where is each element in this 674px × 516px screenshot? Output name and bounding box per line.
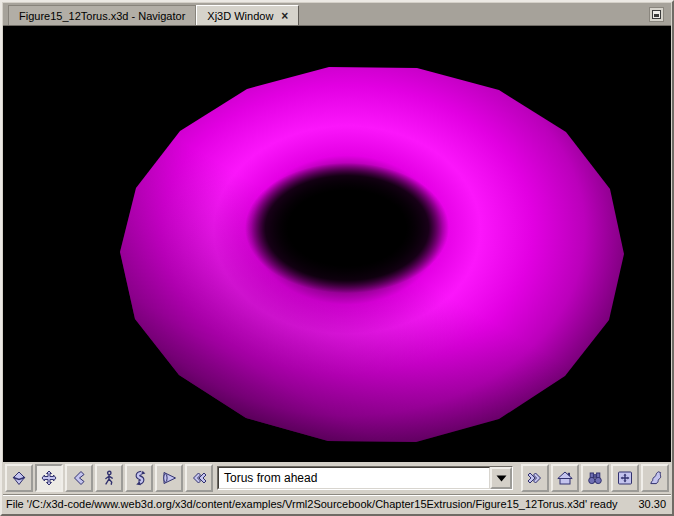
pan-icon xyxy=(41,470,57,486)
torus-model xyxy=(118,62,625,446)
fly-button[interactable] xyxy=(5,464,33,492)
lookat-icon xyxy=(161,470,177,486)
fit-world-button[interactable] xyxy=(611,464,639,492)
chevrons-right-icon xyxy=(527,470,543,486)
pan-button[interactable] xyxy=(35,464,63,492)
chevrons-left-icon xyxy=(191,470,207,486)
seek-button[interactable] xyxy=(581,464,609,492)
viewpoint-value-field: Torus from ahead xyxy=(218,467,490,489)
fit-world-icon xyxy=(617,470,633,486)
tab-navigator[interactable]: Figure15_12Torus.x3d - Navigator xyxy=(8,5,196,25)
examine-button[interactable] xyxy=(65,464,93,492)
prev-viewpoint-button[interactable] xyxy=(185,464,213,492)
torus-hole xyxy=(245,163,449,293)
tilt-icon xyxy=(131,470,147,486)
next-viewpoint-button[interactable] xyxy=(521,464,549,492)
close-icon[interactable]: × xyxy=(281,10,288,22)
minimize-window-button[interactable] xyxy=(649,7,664,22)
fly-icon xyxy=(11,470,27,486)
tab-xj3d-window[interactable]: Xj3D Window × xyxy=(196,5,299,25)
walk-button[interactable] xyxy=(95,464,123,492)
chevron-down-icon xyxy=(496,474,507,483)
lookat-button[interactable] xyxy=(155,464,183,492)
tab-navigator-label: Figure15_12Torus.x3d - Navigator xyxy=(19,10,185,22)
examine-icon xyxy=(71,470,87,486)
walk-icon xyxy=(101,470,117,486)
home-viewpoint-button[interactable] xyxy=(551,464,579,492)
tilt-button[interactable] xyxy=(125,464,153,492)
dropdown-arrow-button[interactable] xyxy=(490,467,512,489)
tab-xj3d-window-label: Xj3D Window xyxy=(207,10,273,22)
fps-value: 30.30 xyxy=(638,498,666,510)
xj3d-browser-window: Figure15_12Torus.x3d - Navigator Xj3D Wi… xyxy=(0,0,674,516)
3d-viewport[interactable] xyxy=(3,26,671,462)
status-message: File '/C:/x3d-code/www.web3d.org/x3d/con… xyxy=(6,498,630,510)
viewpoint-value: Torus from ahead xyxy=(219,471,317,485)
home-icon xyxy=(557,470,573,486)
minimize-icon xyxy=(652,10,661,19)
scroll-icon xyxy=(647,470,663,486)
navigation-toolbar: Torus from ahead xyxy=(3,462,671,494)
console-button[interactable] xyxy=(641,464,669,492)
viewpoint-dropdown[interactable]: Torus from ahead xyxy=(217,466,513,490)
tab-bar: Figure15_12Torus.x3d - Navigator Xj3D Wi… xyxy=(3,3,671,26)
status-bar: File '/C:/x3d-code/www.web3d.org/x3d/con… xyxy=(3,494,671,513)
binoculars-icon xyxy=(587,470,603,486)
